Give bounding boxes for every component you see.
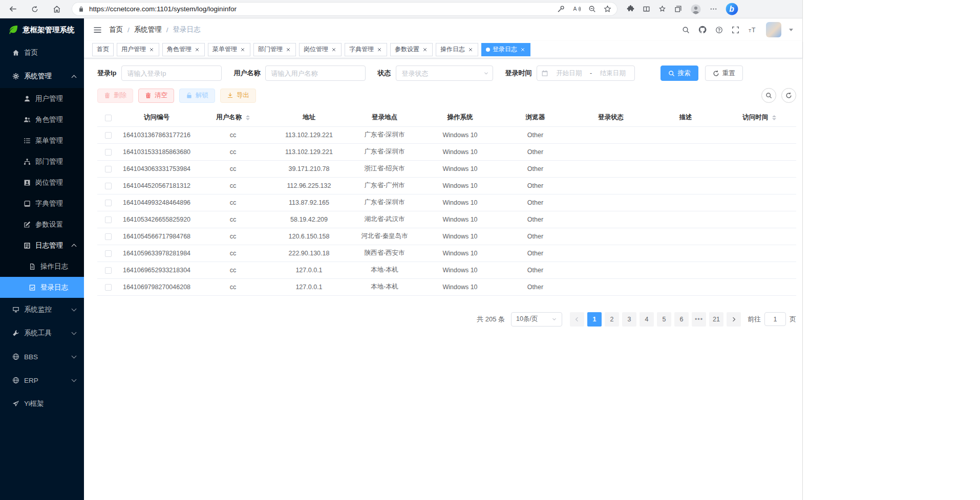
site-info-icon[interactable] [78, 6, 84, 12]
tab-close-icon[interactable] [422, 47, 428, 53]
page-button-6[interactable]: 6 [674, 312, 689, 327]
sidebar-item-bbs[interactable]: BBS [0, 345, 84, 368]
tab-close-icon[interactable] [467, 47, 474, 53]
table-row[interactable]: 1641031367863177216 cc 113.102.129.221 广… [97, 126, 796, 143]
read-aloud-icon[interactable]: A [572, 5, 581, 13]
sidebar-item-param-settings[interactable]: 参数设置 [0, 214, 84, 235]
tab-close-icon[interactable] [194, 47, 200, 53]
page-button-21[interactable]: 21 [709, 312, 723, 327]
page-button-4[interactable]: 4 [640, 312, 654, 327]
browser-profile-avatar[interactable] [690, 4, 701, 15]
row-checkbox[interactable] [105, 284, 112, 291]
sidebar-item-role-management[interactable]: 角色管理 [0, 109, 84, 130]
row-checkbox[interactable] [105, 200, 112, 206]
sidebar-item-operation-log[interactable]: 操作日志 [0, 256, 84, 277]
row-checkbox[interactable] [105, 149, 112, 156]
sidebar-item-home[interactable]: 首页 [0, 41, 84, 64]
start-date-placeholder[interactable]: 开始日期 [552, 69, 586, 78]
font-size-icon[interactable]: TT [747, 25, 757, 35]
status-select[interactable] [396, 66, 493, 81]
column-header-user-name[interactable]: 用户名称 [195, 109, 271, 126]
tab-dict-management[interactable]: 字典管理 [345, 43, 387, 56]
url-text[interactable]: https://ccnetcore.com:1101/system/log/lo… [89, 5, 557, 13]
page-button-5[interactable]: 5 [657, 312, 671, 327]
tab-operation-log[interactable]: 操作日志 [436, 43, 478, 56]
header-search-icon[interactable] [681, 25, 691, 35]
sidebar-item-menu-management[interactable]: 菜单管理 [0, 130, 84, 151]
login-ip-input[interactable] [121, 66, 222, 81]
column-header-visit-time[interactable]: 访问时间 [722, 109, 796, 126]
password-key-icon[interactable] [557, 5, 565, 13]
help-question-icon[interactable] [714, 25, 724, 35]
login-time-range-picker[interactable]: 开始日期 - 结束日期 [537, 66, 635, 81]
page-size-select[interactable]: 10条/页 [511, 312, 562, 327]
tab-post-management[interactable]: 岗位管理 [299, 43, 342, 56]
clear-button[interactable]: 清空 [138, 89, 174, 103]
tab-home[interactable]: 首页 [92, 43, 114, 56]
favorites-add-icon[interactable] [604, 5, 611, 13]
tab-role-management[interactable]: 角色管理 [162, 43, 205, 56]
user-name-input[interactable] [265, 66, 366, 81]
browser-home-button[interactable] [49, 2, 65, 16]
row-checkbox[interactable] [105, 183, 112, 189]
table-row[interactable]: 1641069652933218304 cc 127.0.0.1 本地-本机 W… [97, 262, 796, 278]
row-checkbox[interactable] [105, 233, 112, 240]
hide-search-button[interactable] [761, 88, 776, 103]
table-row[interactable]: 1641059633978281984 cc 222.90.130.18 陕西省… [97, 245, 796, 262]
tab-login-log[interactable]: 登录日志 [481, 43, 530, 56]
sidebar-item-dict-management[interactable]: 字典管理 [0, 193, 84, 214]
table-row[interactable]: 1641053426655825920 cc 58.19.42.209 湖北省-… [97, 211, 796, 228]
tab-close-icon[interactable] [285, 47, 291, 53]
tab-close-icon[interactable] [376, 47, 382, 53]
sidebar-item-yi-framework[interactable]: Yi框架 [0, 392, 84, 416]
browser-back-button[interactable] [5, 2, 20, 16]
tab-param-settings[interactable]: 参数设置 [390, 43, 433, 56]
browser-refresh-button[interactable] [27, 2, 42, 16]
tab-user-management[interactable]: 用户管理 [117, 43, 159, 56]
sidebar-item-log-management[interactable]: 日志管理 [0, 235, 84, 256]
avatar-caret-down-icon[interactable] [789, 29, 793, 31]
export-button[interactable]: 导出 [220, 89, 256, 103]
sidebar-toggle-button[interactable] [93, 26, 102, 34]
page-jump-input[interactable] [764, 312, 786, 326]
row-checkbox[interactable] [105, 166, 112, 172]
sidebar-item-system-monitor[interactable]: 系统监控 [0, 298, 84, 321]
breadcrumb-home[interactable]: 首页 [109, 25, 123, 34]
next-page-button[interactable] [727, 312, 741, 327]
select-all-checkbox[interactable] [105, 115, 112, 121]
extensions-icon[interactable] [627, 5, 634, 13]
table-row[interactable]: 1641044993248464896 cc 113.87.92.165 广东省… [97, 194, 796, 211]
page-button-2[interactable]: 2 [605, 312, 619, 327]
search-button[interactable]: 搜索 [661, 66, 698, 81]
tab-dept-management[interactable]: 部门管理 [253, 43, 296, 56]
sidebar-item-dept-management[interactable]: 部门管理 [0, 151, 84, 172]
table-row[interactable]: 1641069798270046208 cc 127.0.0.1 本地-本机 W… [97, 278, 796, 295]
end-date-placeholder[interactable]: 结束日期 [595, 69, 630, 78]
row-checkbox[interactable] [105, 132, 112, 139]
zoom-out-icon[interactable] [588, 5, 596, 13]
sidebar-item-login-log[interactable]: 登录日志 [0, 277, 84, 298]
prev-page-button[interactable] [570, 312, 584, 327]
sidebar-item-system-management[interactable]: 系统管理 [0, 64, 84, 88]
row-checkbox[interactable] [105, 216, 112, 223]
table-row[interactable]: 1641043063331753984 cc 39.171.210.78 浙江省… [97, 160, 796, 177]
reset-button[interactable]: 重置 [705, 66, 743, 81]
browser-url-bar[interactable]: https://ccnetcore.com:1101/system/log/lo… [72, 2, 617, 16]
tab-close-icon[interactable] [331, 47, 337, 53]
row-checkbox[interactable] [105, 250, 112, 257]
bing-copilot-icon[interactable]: b [726, 3, 738, 15]
tab-close-icon[interactable] [240, 47, 246, 53]
fullscreen-icon[interactable] [731, 25, 740, 35]
page-button-3[interactable]: 3 [622, 312, 636, 327]
user-avatar[interactable] [766, 22, 781, 37]
row-checkbox[interactable] [105, 267, 112, 274]
sort-carets-icon[interactable] [246, 115, 250, 120]
sidebar-item-user-management[interactable]: 用户管理 [0, 88, 84, 109]
breadcrumb-system-management[interactable]: 系统管理 [134, 25, 162, 34]
sidebar-item-erp[interactable]: ERP [0, 368, 84, 392]
table-row[interactable]: 1641044520567181312 cc 112.96.225.132 广东… [97, 177, 796, 194]
tab-close-icon[interactable] [520, 47, 526, 53]
tab-close-icon[interactable] [148, 47, 155, 53]
github-icon[interactable] [697, 25, 708, 35]
refresh-table-button[interactable] [781, 88, 796, 103]
